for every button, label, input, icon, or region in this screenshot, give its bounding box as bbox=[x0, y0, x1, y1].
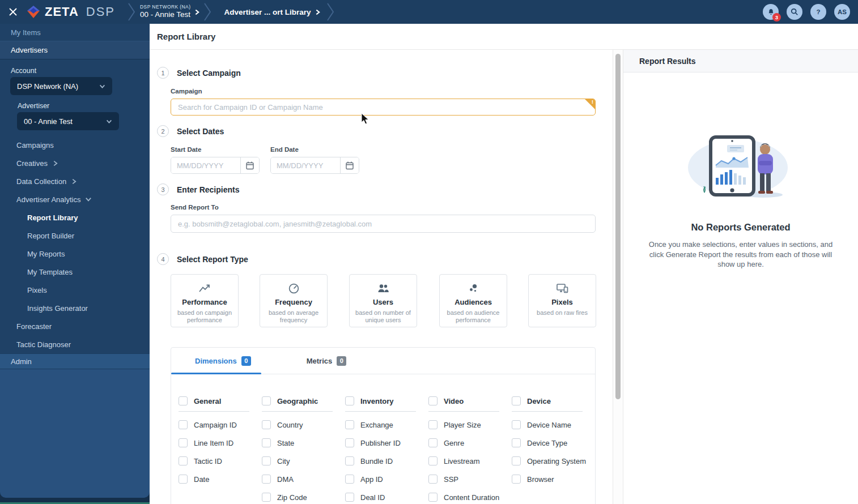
advertiser-select[interactable]: 00 - Annie Test bbox=[17, 112, 119, 130]
sidebar-item-forecaster[interactable]: Forecaster bbox=[0, 317, 150, 335]
step1-title: Select Campaign bbox=[177, 69, 241, 78]
dimension-item-publisher-id[interactable]: Publisher ID bbox=[345, 438, 428, 448]
checkbox[interactable] bbox=[512, 475, 521, 484]
dimension-item-bundle-id[interactable]: Bundle ID bbox=[345, 456, 428, 466]
checkbox[interactable] bbox=[345, 420, 354, 429]
checkbox[interactable] bbox=[262, 396, 271, 405]
checkbox[interactable] bbox=[428, 396, 438, 405]
checkbox[interactable] bbox=[512, 438, 521, 447]
checkbox[interactable] bbox=[428, 493, 438, 502]
dimension-item-content-duration[interactable]: Content Duration bbox=[428, 493, 512, 502]
sidebar-item-report-library[interactable]: Report Library bbox=[0, 208, 150, 227]
dimension-item-genre[interactable]: Genre bbox=[428, 438, 512, 448]
start-date-calendar-button[interactable] bbox=[240, 157, 259, 173]
dimension-item-campaign-id[interactable]: Campaign ID bbox=[179, 420, 262, 430]
checkbox[interactable] bbox=[345, 438, 354, 447]
dimension-group-device: Device Device Name Device Type Operating… bbox=[512, 396, 595, 504]
vertical-scrollbar[interactable] bbox=[613, 50, 623, 504]
sidebar-item-advertiser-analytics[interactable]: Advertiser Analytics bbox=[0, 190, 150, 208]
dimension-item-state[interactable]: State bbox=[262, 438, 345, 448]
sidebar-item-admin[interactable]: Admin bbox=[0, 353, 150, 369]
dimension-item-dma[interactable]: DMA bbox=[262, 475, 345, 484]
close-button[interactable] bbox=[0, 0, 26, 24]
checkbox[interactable] bbox=[262, 456, 271, 465]
breadcrumb-page[interactable]: Advertiser ... ort Library bbox=[224, 8, 321, 16]
user-avatar[interactable]: AS bbox=[834, 4, 850, 20]
dimension-item-tactic-id[interactable]: Tactic ID bbox=[179, 456, 262, 466]
dimension-item-operating-system[interactable]: Operating System bbox=[512, 456, 595, 466]
group-header-geographic[interactable]: Geographic bbox=[262, 396, 345, 405]
group-header-inventory[interactable]: Inventory bbox=[345, 396, 428, 405]
breadcrumb-account[interactable]: DSP NETWORK (NA) 00 - Annie Test bbox=[140, 5, 200, 19]
sidebar-item-tactic-diagnoser[interactable]: Tactic Diagnoser bbox=[0, 335, 150, 353]
account-select[interactable]: DSP Network (NA) bbox=[10, 77, 112, 95]
end-date-calendar-button[interactable] bbox=[340, 157, 359, 173]
sidebar-item-advertisers[interactable]: Advertisers bbox=[0, 41, 150, 59]
checkbox[interactable] bbox=[179, 438, 188, 447]
checkbox[interactable] bbox=[512, 396, 521, 405]
report-type-pixels[interactable]: Pixels based on raw fires bbox=[528, 274, 596, 327]
sidebar-item-data-collection[interactable]: Data Collection bbox=[0, 172, 150, 190]
sidebar-item-my-templates[interactable]: My Templates bbox=[0, 263, 150, 281]
campaign-search-input[interactable] bbox=[171, 99, 596, 116]
group-divider bbox=[345, 411, 416, 412]
end-date-input[interactable] bbox=[271, 157, 340, 173]
report-type-users[interactable]: Users based on number of unique users bbox=[349, 274, 417, 327]
notifications-button[interactable]: 3 bbox=[763, 4, 779, 20]
start-date-input[interactable] bbox=[171, 157, 240, 173]
dimension-item-livestream[interactable]: Livestream bbox=[428, 456, 512, 466]
group-header-video[interactable]: Video bbox=[428, 396, 512, 405]
checkbox[interactable] bbox=[345, 493, 354, 502]
checkbox[interactable] bbox=[262, 420, 271, 429]
scrollbar-thumb[interactable] bbox=[615, 54, 621, 399]
checkbox[interactable] bbox=[428, 438, 438, 447]
checkbox[interactable] bbox=[345, 396, 354, 405]
checkbox[interactable] bbox=[428, 420, 438, 429]
sidebar-item-my-reports[interactable]: My Reports bbox=[0, 245, 150, 263]
search-button[interactable] bbox=[787, 4, 802, 20]
checkbox[interactable] bbox=[179, 475, 188, 484]
zeta-dsp-logo[interactable]: ZETA DSP bbox=[26, 5, 115, 19]
dimension-item-country[interactable]: Country bbox=[262, 420, 345, 430]
sidebar-item-campaigns[interactable]: Campaigns bbox=[0, 136, 150, 154]
recipients-input[interactable] bbox=[171, 215, 596, 233]
group-header-general[interactable]: General bbox=[179, 396, 262, 405]
checkbox[interactable] bbox=[512, 420, 521, 429]
report-type-audiences[interactable]: Audiences based on audience performance bbox=[439, 274, 507, 327]
sidebar-item-pixels[interactable]: Pixels bbox=[0, 281, 150, 299]
checkbox[interactable] bbox=[262, 493, 271, 502]
sidebar-item-report-builder[interactable]: Report Builder bbox=[0, 227, 150, 245]
tab-metrics[interactable]: Metrics 0 bbox=[307, 356, 347, 366]
checkbox[interactable] bbox=[512, 456, 521, 465]
dimension-item-date[interactable]: Date bbox=[179, 475, 262, 484]
dimension-item-player-size[interactable]: Player Size bbox=[428, 420, 512, 430]
my-items-label: My Items bbox=[11, 28, 41, 37]
group-header-device[interactable]: Device bbox=[512, 396, 595, 405]
checkbox[interactable] bbox=[345, 475, 354, 484]
report-type-frequency[interactable]: Frequency based on average frequency bbox=[260, 274, 328, 327]
help-button[interactable]: ? bbox=[810, 4, 826, 20]
dimension-item-line-item-id[interactable]: Line Item ID bbox=[179, 438, 262, 448]
sidebar-item-my-items[interactable]: My Items bbox=[0, 24, 150, 41]
dimension-item-device-type[interactable]: Device Type bbox=[512, 438, 595, 448]
dimension-item-browser[interactable]: Browser bbox=[512, 475, 595, 484]
sidebar-item-creatives[interactable]: Creatives bbox=[0, 154, 150, 172]
checkbox[interactable] bbox=[179, 456, 188, 465]
checkbox[interactable] bbox=[345, 456, 354, 465]
sidebar-item-insights-generator[interactable]: Insights Generator bbox=[0, 299, 150, 317]
dimension-item-zip-code[interactable]: Zip Code bbox=[262, 493, 345, 502]
dimension-item-city[interactable]: City bbox=[262, 456, 345, 466]
checkbox[interactable] bbox=[179, 420, 188, 429]
dimension-item-app-id[interactable]: App ID bbox=[345, 475, 428, 484]
checkbox[interactable] bbox=[428, 475, 438, 484]
tab-dimensions[interactable]: Dimensions 0 bbox=[195, 356, 251, 366]
checkbox[interactable] bbox=[428, 456, 438, 465]
checkbox[interactable] bbox=[262, 475, 271, 484]
dimension-item-ssp[interactable]: SSP bbox=[428, 475, 512, 484]
report-type-performance[interactable]: Performance based on campaign performanc… bbox=[171, 274, 239, 327]
checkbox[interactable] bbox=[262, 438, 271, 447]
dimension-item-deal-id[interactable]: Deal ID bbox=[345, 493, 428, 502]
dimension-item-exchange[interactable]: Exchange bbox=[345, 420, 428, 430]
dimension-item-device-name[interactable]: Device Name bbox=[512, 420, 595, 430]
checkbox[interactable] bbox=[179, 396, 188, 405]
